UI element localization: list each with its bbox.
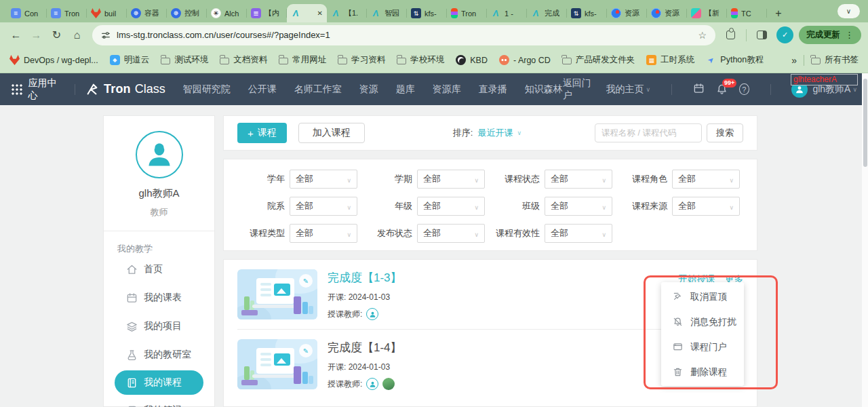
apps-grid-icon[interactable] — [11, 83, 22, 95]
profile-avatar[interactable] — [136, 131, 183, 178]
course-title[interactable]: 完成度【1-4】 — [328, 340, 402, 355]
sort-dropdown[interactable]: 最近开课 ∨ — [477, 127, 521, 139]
filter-select[interactable]: 全部 — [290, 197, 357, 216]
header-nav-item[interactable]: 智园研究院 — [183, 83, 231, 96]
header-nav-item[interactable]: 名师工作室 — [294, 83, 342, 96]
sidebar-item-courses[interactable]: 我的课程 — [115, 370, 203, 395]
browser-tab[interactable]: 【1. — [327, 4, 367, 22]
bookmark-item[interactable]: 测试环境 — [161, 54, 208, 66]
filter-select[interactable]: 全部 — [290, 170, 357, 189]
extensions-icon[interactable] — [726, 31, 735, 39]
reload-button[interactable]: ↻ — [47, 26, 66, 44]
menu-item-delete[interactable]: 删除课程 — [661, 360, 744, 385]
menu-item-portal[interactable]: 课程门户 — [661, 334, 744, 360]
teacher-avatar[interactable] — [382, 378, 395, 390]
sidebar-item-notes[interactable]: 我的笔记 — [104, 396, 214, 407]
browser-tab[interactable]: 控制 — [167, 4, 207, 22]
filter-select[interactable]: 全部 — [545, 224, 612, 243]
update-chrome-button[interactable]: 完成更新 ⋮ — [799, 26, 861, 44]
browser-tab[interactable]: 资源 — [647, 4, 687, 22]
sidebar-item-home[interactable]: 首页 — [104, 255, 214, 284]
bookmark-item[interactable]: KBD — [456, 55, 488, 65]
browser-tab[interactable]: 【新 — [687, 4, 727, 22]
browser-profile-avatar[interactable]: ✓ — [776, 26, 793, 43]
sidebar-item-schedule[interactable]: 我的课表 — [104, 284, 214, 312]
app-center-label[interactable]: 应用中心 — [28, 77, 65, 102]
sidebar-item-research-room[interactable]: 我的教研室 — [104, 341, 214, 369]
browser-tab[interactable]: 【内 — [247, 4, 287, 22]
filter-select[interactable]: 全部 — [545, 197, 612, 216]
notifications-bell-icon[interactable]: 99+ — [716, 83, 728, 95]
add-course-button[interactable]: + 课程 — [237, 123, 287, 143]
bookmark-item[interactable]: DevOps / wg-depl... — [9, 55, 98, 65]
sidebar-item-projects[interactable]: 我的项目 — [104, 312, 214, 341]
filter-select[interactable]: 全部 — [545, 170, 612, 189]
browser-tab[interactable]: Tron — [47, 4, 87, 22]
header-nav-item[interactable]: 公开课 — [248, 83, 277, 96]
calendar-icon[interactable] — [693, 83, 705, 96]
browser-tab[interactable]: 资源 — [607, 4, 647, 22]
filter-select[interactable]: 全部 — [290, 224, 357, 243]
search-button[interactable]: 搜索 — [707, 123, 743, 142]
teacher-avatar[interactable] — [366, 378, 378, 390]
all-bookmarks-button[interactable]: 所有书签 — [811, 54, 859, 66]
bookmark-star-icon[interactable]: ☆ — [698, 30, 707, 41]
header-nav-item[interactable]: 知识森林 — [525, 83, 563, 96]
header-nav-item[interactable]: 直录播 — [479, 83, 507, 96]
browser-tab[interactable]: kfs- — [567, 4, 607, 22]
browser-tab[interactable]: Alch — [207, 4, 247, 22]
browser-tab[interactable]: Tron — [447, 4, 487, 22]
filter-select[interactable]: 全部 — [417, 197, 485, 216]
tab-close-icon[interactable]: ✕ — [317, 9, 323, 17]
course-thumbnail[interactable] — [237, 269, 317, 319]
page-scrollbar[interactable] — [862, 73, 868, 407]
bookmark-item[interactable]: - Argo CD — [499, 55, 551, 65]
join-course-button[interactable]: 加入课程 — [298, 123, 365, 143]
menu-item-unpin[interactable]: 取消置顶 — [661, 284, 744, 309]
new-tab-button[interactable]: + — [770, 4, 787, 22]
bookmark-item[interactable]: 明道云 — [110, 54, 150, 66]
menu-item-mute[interactable]: 消息免打扰 — [661, 309, 744, 334]
header-nav-item[interactable]: 资源库 — [433, 83, 461, 96]
side-panel-icon[interactable] — [757, 31, 767, 39]
browser-tab[interactable]: 1 - — [487, 4, 527, 22]
filter-select[interactable]: 全部 — [672, 170, 740, 189]
browser-tab[interactable]: kfs- — [407, 4, 447, 22]
scrollbar-thumb[interactable] — [863, 79, 867, 167]
browser-tab[interactable]: TC — [727, 4, 767, 22]
bookmark-item[interactable]: 工时系统 — [646, 54, 694, 66]
filter-select[interactable]: 全部 — [417, 170, 485, 189]
back-portal-link[interactable]: 返回门户 — [563, 77, 595, 102]
menu-dots-icon[interactable]: ⋮ — [845, 30, 854, 40]
help-icon[interactable]: ? — [739, 83, 749, 95]
header-nav-item[interactable]: 题库 — [396, 83, 415, 96]
my-home-dropdown[interactable]: 我的主页 ∨ — [606, 83, 651, 96]
teacher-avatar[interactable] — [366, 308, 378, 320]
course-thumbnail[interactable] — [237, 339, 317, 389]
tronclass-logo[interactable]: TronClass — [85, 82, 165, 97]
bookmarks-overflow-button[interactable]: » — [791, 55, 797, 66]
bookmark-item[interactable]: 产品研发文件夹 — [562, 54, 635, 66]
header-nav-item[interactable]: 资源 — [359, 83, 378, 96]
back-button[interactable]: ← — [7, 26, 25, 44]
browser-tab[interactable]: Con — [7, 4, 47, 22]
bookmark-item[interactable]: Python教程 — [706, 54, 764, 66]
tab-search-button[interactable]: ∨ — [837, 4, 860, 18]
browser-tab[interactable]: 完成 — [527, 4, 567, 22]
browser-tab[interactable]: 容器 — [127, 4, 167, 22]
bookmark-item[interactable]: 学习资料 — [338, 54, 385, 66]
home-button[interactable]: ⌂ — [68, 26, 86, 44]
forward-button[interactable]: → — [27, 26, 45, 44]
url-bar[interactable]: lms-stg.tronclass.com.cn/user/courses#/?… — [92, 25, 715, 45]
browser-tab[interactable]: 智园 — [367, 4, 407, 22]
course-title[interactable]: 完成度【1-3】 — [328, 270, 402, 286]
bookmark-item[interactable]: 文档资料 — [220, 54, 267, 66]
filter-select[interactable]: 全部 — [672, 197, 740, 216]
bookmark-item[interactable]: 学校环境 — [397, 54, 444, 66]
site-info-icon[interactable] — [101, 31, 111, 40]
browser-tab[interactable]: buil — [87, 4, 127, 22]
browser-tab[interactable]: ✕ — [287, 4, 327, 22]
filter-select[interactable]: 全部 — [417, 224, 485, 243]
bookmark-item[interactable]: 常用网址 — [279, 54, 326, 66]
course-search-input[interactable] — [595, 123, 702, 142]
